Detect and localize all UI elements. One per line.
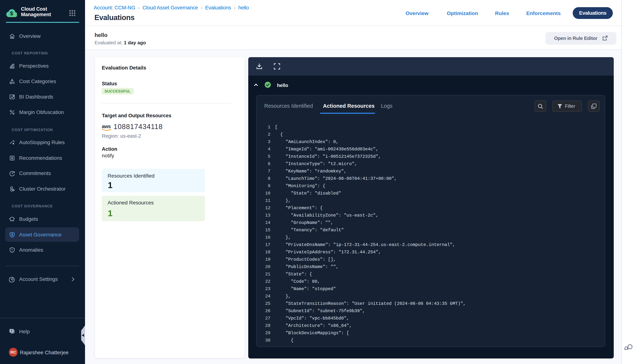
svg-text:?: ? [11, 330, 12, 332]
svg-text:aws: aws [102, 124, 111, 129]
svg-text:$: $ [11, 233, 13, 236]
svg-text:$: $ [10, 10, 13, 16]
